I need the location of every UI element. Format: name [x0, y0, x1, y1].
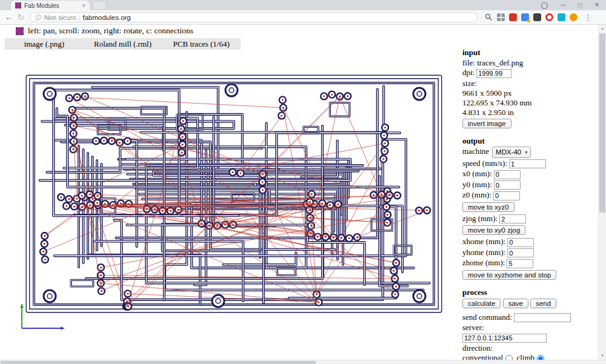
- profile-icon[interactable]: [541, 2, 548, 9]
- x0-label: x0 (mm):: [462, 169, 492, 178]
- zhome-input[interactable]: [507, 259, 533, 268]
- extensions-row: ⋮: [485, 13, 592, 22]
- extension-badge: [527, 19, 530, 22]
- save-button[interactable]: save: [503, 299, 528, 308]
- url-text: fabmodules.org: [82, 14, 130, 21]
- machine-label: machine: [462, 147, 489, 156]
- tab-title: Fab Modules: [24, 2, 79, 9]
- size-label: size:: [462, 79, 598, 88]
- security-label: Non sicuro: [44, 14, 76, 21]
- tab-close-icon[interactable]: ×: [82, 2, 85, 9]
- control-panel: input file: traces_def.png dpi: size: 96…: [462, 48, 598, 360]
- send-command-label: send command:: [462, 313, 512, 322]
- favicon: [15, 2, 21, 8]
- speed-label: speed (mm/s):: [462, 159, 507, 168]
- conventional-label: conventional: [462, 353, 503, 360]
- zoom-lens-icon[interactable]: [485, 13, 493, 21]
- menu-output-format[interactable]: Roland mill (.rml): [84, 38, 162, 50]
- size-px: 9661 x 5900 px: [462, 88, 598, 98]
- xhome-label: xhome (mm):: [462, 237, 505, 246]
- axis-indicator: [17, 300, 68, 333]
- direction-label: direction:: [462, 343, 598, 352]
- y0-label: y0 (mm):: [462, 180, 492, 189]
- menu-process[interactable]: PCB traces (1/64): [162, 38, 241, 50]
- y0-input[interactable]: [494, 180, 521, 190]
- dpi-label: dpi:: [462, 68, 474, 77]
- server-label: server:: [462, 323, 598, 332]
- window-minimize-icon[interactable]: ─: [555, 0, 571, 10]
- z0-label: z0 (mm):: [462, 190, 491, 199]
- z0-input[interactable]: [493, 191, 520, 200]
- browser-tab-strip: Fab Modules × ─ □ ×: [0, 0, 606, 10]
- grid-extension-icon[interactable]: [497, 13, 505, 21]
- file-label: file: traces_def.png: [462, 58, 598, 67]
- input-heading: input: [462, 48, 598, 57]
- fab-modules-logo: [16, 27, 24, 35]
- url-separator: [79, 15, 79, 21]
- vertical-scroll-thumb[interactable]: [599, 33, 605, 213]
- window-maximize-icon[interactable]: □: [572, 0, 588, 10]
- new-tab-button[interactable]: [93, 2, 105, 9]
- size-in: 4.831 x 2.950 in: [462, 108, 598, 117]
- server-input[interactable]: [462, 334, 547, 343]
- teal-extension-icon[interactable]: [558, 13, 565, 21]
- menu-input-format[interactable]: image (.png): [5, 38, 84, 50]
- horizontal-scroll-thumb[interactable]: [1, 361, 316, 364]
- browser-tab[interactable]: Fab Modules ×: [11, 1, 90, 10]
- conventional-radio[interactable]: [505, 355, 513, 360]
- url-box[interactable]: ⓘ Non sicuro fabmodules.org: [29, 12, 478, 22]
- blue-extension-icon[interactable]: [521, 13, 529, 21]
- pcb-canvas[interactable]: [18, 67, 450, 320]
- horizontal-scrollbar[interactable]: [0, 360, 606, 364]
- calculate-button[interactable]: calculate: [462, 299, 501, 308]
- pdf-extension-icon[interactable]: [509, 13, 517, 21]
- red-ring-extension-icon[interactable]: [545, 13, 553, 21]
- move-to-xy0-zjog-button[interactable]: move to xy0 zjog: [462, 225, 525, 235]
- page-content: left: pan, scroll: zoom, right: rotate, …: [0, 25, 598, 360]
- dpi-input[interactable]: [476, 69, 511, 78]
- send-command-input[interactable]: [514, 313, 571, 322]
- scroll-up-icon[interactable]: ▲: [599, 25, 606, 33]
- output-heading: output: [462, 136, 598, 145]
- zjog-label: zjog (mm):: [462, 214, 498, 223]
- scroll-down-icon[interactable]: ▼: [599, 352, 606, 360]
- invert-image-button[interactable]: invert image: [462, 119, 511, 128]
- address-bar: ← ↻ ⓘ Non sicuro fabmodules.org ⋮: [0, 10, 606, 25]
- zhome-label: zhome (mm):: [462, 258, 505, 267]
- yhome-input[interactable]: [507, 248, 534, 257]
- vertical-scrollbar[interactable]: ▲ ▼: [598, 25, 606, 360]
- send-button[interactable]: send: [530, 299, 556, 308]
- move-to-xyzhome-button[interactable]: move to xyzhome and stop: [462, 270, 556, 280]
- yhome-label: yhome (mm):: [462, 248, 505, 257]
- machine-select-value: MDX-40: [496, 148, 521, 157]
- speed-input[interactable]: [509, 159, 546, 168]
- menu-kebab-icon[interactable]: ⋮: [584, 13, 592, 22]
- refresh-icon[interactable]: ↻: [18, 13, 24, 21]
- info-icon[interactable]: ⓘ: [35, 13, 41, 22]
- zjog-input[interactable]: [499, 214, 526, 223]
- climb-label: climb: [516, 353, 534, 360]
- climb-radio[interactable]: [537, 355, 544, 360]
- chevron-down-icon: ▾: [525, 148, 527, 157]
- dark-extension-icon[interactable]: [533, 13, 541, 21]
- format-menubar: image (.png) Roland mill (.rml) PCB trac…: [5, 38, 241, 50]
- size-mm: 122.695 x 74.930 mm: [462, 98, 598, 107]
- interaction-hint: left: pan, scroll: zoom, right: rotate, …: [28, 26, 193, 36]
- xhome-input[interactable]: [507, 238, 534, 247]
- orange-extension-icon[interactable]: [570, 13, 578, 21]
- back-icon[interactable]: ←: [5, 13, 13, 21]
- move-to-xyz0-button[interactable]: move to xyz0: [462, 202, 514, 212]
- window-close-icon[interactable]: ×: [589, 0, 605, 10]
- machine-select[interactable]: MDX-40▾: [492, 147, 531, 158]
- x0-input[interactable]: [494, 170, 521, 179]
- process-heading: process: [462, 288, 598, 297]
